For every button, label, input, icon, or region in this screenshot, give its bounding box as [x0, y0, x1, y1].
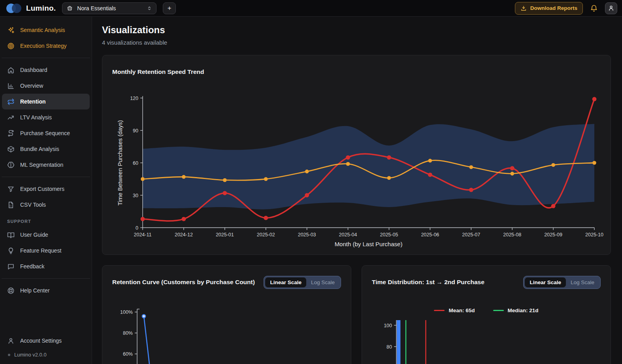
main-content: Visualizations 4 visualizations availabl… [92, 17, 622, 364]
sidebar-item-export-customers[interactable]: Export Customers [0, 181, 92, 197]
legend-label: Mean: 65d [449, 307, 475, 313]
sidebar-item-feature-request[interactable]: Feature Request [0, 243, 92, 258]
sidebar-item-label: Help Center [20, 287, 50, 294]
package-icon [7, 145, 15, 153]
sidebar-item-dashboard[interactable]: Dashboard [0, 62, 92, 78]
sidebar-item-label: Dashboard [20, 67, 47, 73]
sidebar-item-label: Semantic Analysis [20, 27, 65, 33]
chart-legend: Mean: 65dMedian: 21d [362, 307, 611, 313]
legend-median: Median: 21d [493, 307, 539, 313]
download-reports-label: Download Reports [530, 5, 577, 11]
svg-text:100: 100 [384, 323, 392, 328]
card-time-distribution: Time Distribution: 1st → 2nd Purchase Li… [362, 265, 611, 364]
chart-title: Retention Curve (Customers by Purchase C… [112, 279, 255, 286]
add-workspace-button[interactable]: + [163, 2, 176, 14]
sidebar-item-label: Bundle Analysis [20, 146, 59, 152]
svg-text:2024-12: 2024-12 [175, 232, 193, 238]
svg-text:Month (by Last Purchase): Month (by Last Purchase) [335, 241, 403, 247]
log-scale-button[interactable]: Log Scale [306, 277, 339, 287]
sidebar-item-bundle-analysis[interactable]: Bundle Analysis [0, 141, 92, 157]
sidebar-item-overview[interactable]: Overview [0, 78, 92, 94]
filter-icon [7, 185, 15, 193]
profile-button[interactable] [605, 2, 617, 14]
scale-toggle: Linear Scale Log Scale [523, 276, 601, 289]
lumino-logo-icon [6, 3, 22, 13]
svg-text:2025-05: 2025-05 [380, 232, 398, 238]
linear-scale-button[interactable]: Linear Scale [525, 277, 566, 287]
brand: Lumino. [6, 3, 56, 13]
sidebar-item-purchase-sequence[interactable]: Purchase Sequence [0, 125, 92, 141]
chevrons-up-down-icon [147, 5, 152, 11]
brand-name: Lumino. [26, 4, 56, 13]
legend-swatch [434, 310, 445, 311]
svg-text:2025-08: 2025-08 [503, 232, 521, 238]
card-monthly-retention-speed-trend: Monthly Retention Speed Trend 0306090120… [102, 55, 611, 255]
svg-text:60%: 60% [123, 351, 133, 357]
sidebar-divider [2, 278, 90, 279]
trending-up-icon [7, 114, 15, 121]
version-label: Lumino v2.0.0 [14, 352, 47, 358]
workspace-selector[interactable]: Nora Essentials [62, 2, 156, 14]
log-scale-button[interactable]: Log Scale [566, 277, 599, 287]
svg-text:2025-10: 2025-10 [585, 232, 603, 238]
svg-text:30: 30 [133, 193, 138, 198]
file-csv-icon [7, 201, 15, 209]
svg-text:2025-03: 2025-03 [298, 232, 316, 238]
sidebar-item-semantic-analysis[interactable]: Semantic Analysis [0, 22, 92, 38]
svg-text:Time Between Purchases (days): Time Between Purchases (days) [117, 120, 123, 206]
svg-text:0: 0 [136, 225, 138, 231]
chart-title: Monthly Retention Speed Trend [112, 68, 204, 75]
sidebar-item-feedback[interactable]: Feedback [0, 258, 92, 274]
sidebar-item-ltv-analysis[interactable]: LTV Analysis [0, 109, 92, 125]
sidebar-item-label: Export Customers [20, 186, 64, 192]
svg-text:80%: 80% [123, 330, 133, 336]
page-title: Visualizations [102, 25, 611, 36]
sidebar-item-account-settings[interactable]: Account Settings [0, 333, 92, 349]
brain-icon [7, 161, 15, 169]
retention-trend-chart: 03060901202024-112024-122025-012025-0220… [102, 55, 611, 255]
workspace-selector-value: Nora Essentials [77, 5, 143, 11]
sidebar-item-label: CSV Tools [20, 202, 46, 208]
sidebar-item-label: Purchase Sequence [20, 130, 70, 136]
target-icon [7, 42, 15, 50]
sidebar: Semantic AnalysisExecution Strategy Dash… [0, 17, 92, 364]
sidebar-item-csv-tools[interactable]: CSV Tools [0, 197, 92, 213]
support-section-heading: SUPPORT [0, 213, 92, 227]
svg-text:2025-02: 2025-02 [257, 232, 275, 238]
svg-text:2025-06: 2025-06 [421, 232, 439, 238]
sidebar-item-help-center[interactable]: Help Center [0, 283, 92, 298]
download-icon [520, 5, 527, 11]
sidebar-item-user-guide[interactable]: User Guide [0, 227, 92, 243]
scale-toggle: Linear Scale Log Scale [264, 276, 341, 289]
legend-mean: Mean: 65d [434, 307, 475, 313]
sidebar-item-execution-strategy[interactable]: Execution Strategy [0, 38, 92, 54]
lightbulb-icon [7, 247, 15, 255]
sidebar-item-retention[interactable]: Retention [2, 94, 90, 109]
linear-scale-button[interactable]: Linear Scale [265, 277, 306, 287]
notifications-bell-icon[interactable] [590, 4, 598, 12]
sidebar-item-label: Overview [20, 83, 43, 89]
legend-label: Median: 21d [508, 307, 539, 313]
svg-text:2025-09: 2025-09 [544, 232, 562, 238]
life-buoy-icon [7, 287, 15, 294]
sidebar-item-ml-segmentation[interactable]: ML Segmentation [0, 157, 92, 173]
download-reports-button[interactable]: Download Reports [515, 2, 583, 15]
svg-text:2025-07: 2025-07 [462, 232, 480, 238]
svg-text:60: 60 [133, 160, 138, 166]
version-dot [8, 354, 10, 356]
sidebar-divider [2, 58, 90, 58]
svg-text:2025-04: 2025-04 [339, 232, 357, 238]
sidebar-item-label: Retention [20, 98, 46, 105]
sidebar-item-label: User Guide [20, 232, 48, 238]
repeat-icon [7, 98, 15, 106]
sidebar-item-label: Execution Strategy [20, 43, 67, 49]
sidebar-item-label: Feature Request [20, 247, 61, 254]
svg-text:90: 90 [133, 128, 138, 134]
svg-text:80: 80 [386, 344, 392, 350]
svg-text:100%: 100% [120, 309, 133, 315]
version-row: Lumino v2.0.0 [0, 349, 92, 364]
user-icon [608, 5, 614, 11]
basket-icon [66, 5, 73, 11]
sidebar-item-label: LTV Analysis [20, 114, 52, 121]
user-icon [7, 337, 15, 345]
